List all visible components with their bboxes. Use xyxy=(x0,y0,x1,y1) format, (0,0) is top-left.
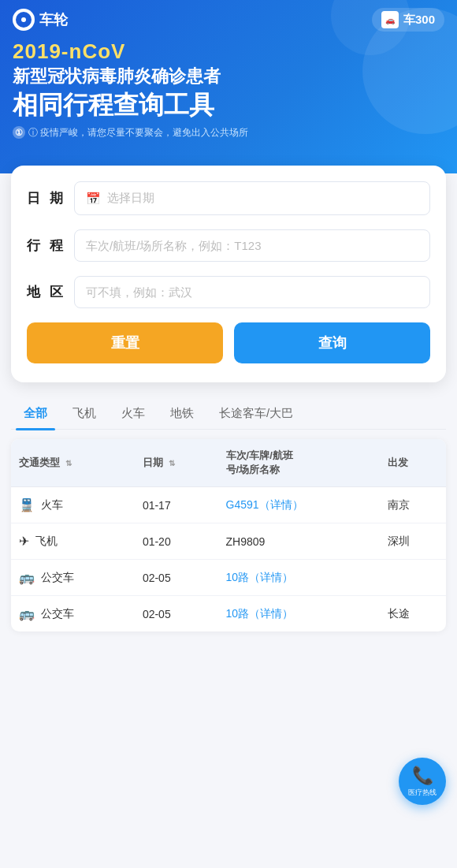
transport-icon: ✈ xyxy=(19,534,29,549)
cell-date: 01-20 xyxy=(135,523,218,560)
reset-button[interactable]: 重置 xyxy=(27,322,223,363)
th-transport[interactable]: 交通类型 ⇅ xyxy=(11,439,135,487)
table-row: 🚌公交车02-0510路（详情） xyxy=(11,560,446,596)
tabs-bar: 全部 飞机 火车 地铁 长途客车/大巴 xyxy=(11,398,446,430)
tab-subway[interactable]: 地铁 xyxy=(158,398,206,429)
area-label: 地区 xyxy=(27,283,63,301)
cell-date: 02-05 xyxy=(135,596,218,632)
sort-icon-transport: ⇅ xyxy=(65,459,72,468)
cell-depart xyxy=(380,560,446,596)
transport-label: 飞机 xyxy=(35,535,58,549)
transport-label: 公交车 xyxy=(41,571,74,585)
table-row: 🚌公交车02-0510路（详情）长途 xyxy=(11,596,446,632)
th-depart: 出发 xyxy=(380,439,446,487)
cell-type: 🚌公交车 xyxy=(11,596,135,632)
data-table: 交通类型 ⇅ 日期 ⇅ 车次/车牌/航班号/场所名称 出发 🚆火车01-17G4… xyxy=(11,439,446,631)
info-icon: ① xyxy=(13,126,25,139)
cell-depart: 长途 xyxy=(380,596,446,632)
transport-icon: 🚌 xyxy=(19,570,35,585)
phone-icon: 📞 xyxy=(412,766,433,786)
form-buttons: 重置 查询 xyxy=(27,322,430,363)
date-input-wrapper[interactable]: 📅 选择日期 xyxy=(74,181,430,215)
transport-icon: 🚌 xyxy=(19,606,35,621)
cell-vehicle[interactable]: 10路（详情） xyxy=(218,596,381,632)
th-date[interactable]: 日期 ⇅ xyxy=(135,439,218,487)
query-button[interactable]: 查询 xyxy=(234,322,430,363)
date-label: 日期 xyxy=(27,189,63,207)
cell-vehicle: ZH9809 xyxy=(218,523,381,560)
cell-depart: 南京 xyxy=(380,487,446,523)
area-input[interactable] xyxy=(74,276,430,308)
tab-bus[interactable]: 长途客车/大巴 xyxy=(206,398,306,429)
brand-name: 车轮 xyxy=(39,10,68,29)
logo-icon xyxy=(13,9,35,31)
float-medical-button[interactable]: 📞 医疗热线 xyxy=(399,758,446,805)
cell-date: 02-05 xyxy=(135,560,218,596)
banner-year: 2019-nCoV xyxy=(13,39,444,64)
table-section: 交通类型 ⇅ 日期 ⇅ 车次/车牌/航班号/场所名称 出发 🚆火车01-17G4… xyxy=(0,439,457,631)
vehicle-link[interactable]: 10路（详情） xyxy=(226,571,294,583)
banner-title-line2: 相同行程查询工具 xyxy=(13,90,444,120)
sort-icon-date: ⇅ xyxy=(169,459,175,468)
th-vehicle: 车次/车牌/航班号/场所名称 xyxy=(218,439,381,487)
date-row: 日期 📅 选择日期 xyxy=(27,181,430,215)
transport-icon: 🚆 xyxy=(19,497,35,512)
vehicle-link[interactable]: 10路（详情） xyxy=(226,607,294,620)
tab-plane[interactable]: 飞机 xyxy=(60,398,109,429)
transport-label: 公交车 xyxy=(41,607,74,621)
vehicle-link[interactable]: G4591（详情） xyxy=(226,498,303,511)
cell-depart: 深圳 xyxy=(380,523,446,560)
trip-label: 行程 xyxy=(27,237,63,255)
cell-date: 01-17 xyxy=(135,487,218,523)
trip-input[interactable] xyxy=(74,229,430,262)
trip-row: 行程 xyxy=(27,229,430,262)
brand-logo: 车轮 xyxy=(13,9,68,31)
banner-content: 2019-nCoV 新型冠状病毒肺炎确诊患者 相同行程查询工具 ① ⓘ 疫情严峻… xyxy=(0,36,457,140)
tab-all[interactable]: 全部 xyxy=(11,398,60,429)
tab-train[interactable]: 火车 xyxy=(109,398,158,429)
banner: 车轮 🚗 车300 2019-nCoV 新型冠状病毒肺炎确诊患者 相同行程查询工… xyxy=(0,0,457,173)
area-row: 地区 xyxy=(27,276,430,308)
calendar-icon: 📅 xyxy=(86,192,101,206)
cell-type: ✈飞机 xyxy=(11,523,135,560)
banner-title-line1: 新型冠状病毒肺炎确诊患者 xyxy=(13,65,444,88)
banner-notice: ① ⓘ 疫情严峻，请您尽量不要聚会，避免出入公共场所 xyxy=(13,126,444,140)
table-row: ✈飞机01-20ZH9809深圳 xyxy=(11,523,446,560)
date-placeholder: 选择日期 xyxy=(107,191,154,206)
cell-type: 🚆火车 xyxy=(11,487,135,523)
tabs-section: 全部 飞机 火车 地铁 长途客车/大巴 xyxy=(0,398,457,430)
table-row: 🚆火车01-17G4591（详情）南京 xyxy=(11,487,446,523)
float-button-label: 医疗热线 xyxy=(408,788,437,798)
cell-vehicle[interactable]: G4591（详情） xyxy=(218,487,381,523)
cell-type: 🚌公交车 xyxy=(11,560,135,596)
form-card: 日期 📅 选择日期 行程 地区 重置 查询 xyxy=(11,166,446,382)
transport-label: 火车 xyxy=(41,498,63,512)
cell-vehicle[interactable]: 10路（详情） xyxy=(218,560,381,596)
table-header-row: 交通类型 ⇅ 日期 ⇅ 车次/车牌/航班号/场所名称 出发 xyxy=(11,439,446,487)
